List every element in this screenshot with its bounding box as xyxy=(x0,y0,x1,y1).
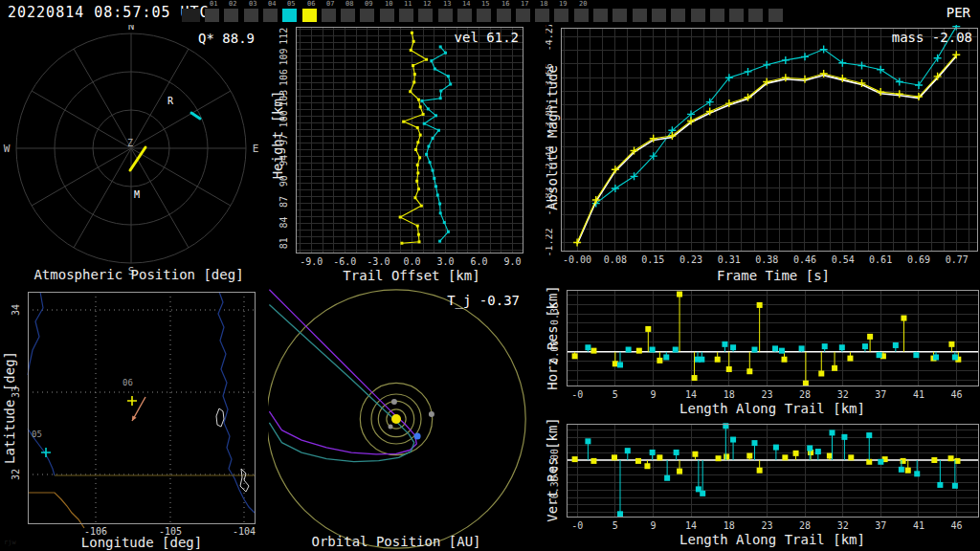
frame-box-number: 05 xyxy=(287,0,295,8)
frame-box-09[interactable] xyxy=(360,9,374,22)
svg-text:81: 81 xyxy=(278,237,289,249)
svg-text:3.0: 3.0 xyxy=(436,256,454,267)
shower-code-badge: PER xyxy=(947,5,970,20)
frame-box-08[interactable] xyxy=(341,9,355,22)
svg-text:23: 23 xyxy=(761,520,772,531)
frame-box[interactable] xyxy=(593,9,608,22)
svg-text:M: M xyxy=(134,189,140,200)
frame-box[interactable] xyxy=(768,9,783,22)
svg-text:112: 112 xyxy=(278,28,289,45)
velocity-value: vel 61.2 xyxy=(455,30,519,45)
frame-box-number: 04 xyxy=(268,0,276,8)
frame-box[interactable] xyxy=(652,9,666,22)
frame-box-05[interactable] xyxy=(282,9,297,22)
tisserand-value: T_j -0.37 xyxy=(447,293,520,308)
svg-text:14: 14 xyxy=(685,520,697,531)
svg-text:109: 109 xyxy=(278,48,289,65)
frame-box-20[interactable] xyxy=(574,9,589,22)
svg-text:6.0: 6.0 xyxy=(470,256,487,267)
frame-box-number: 03 xyxy=(249,0,256,8)
svg-text:0.31: 0.31 xyxy=(718,254,741,265)
svg-text:5: 5 xyxy=(612,389,618,400)
orbital-position-plot xyxy=(268,287,546,551)
frame-box-number: 09 xyxy=(365,0,372,8)
residuals-panel: -05914182328323741460.350.00-05914182328… xyxy=(546,287,980,551)
frame-box-number: 14 xyxy=(462,0,470,8)
svg-text:-6.0: -6.0 xyxy=(333,256,356,267)
frame-box[interactable] xyxy=(612,9,627,22)
frame-box-15[interactable] xyxy=(477,9,491,22)
svg-text:87: 87 xyxy=(278,196,289,208)
svg-text:0.15: 0.15 xyxy=(641,254,664,265)
frame-box[interactable] xyxy=(671,9,685,22)
frame-box-07[interactable] xyxy=(322,9,336,22)
svg-text:0.77: 0.77 xyxy=(946,254,969,265)
frame-box-04[interactable] xyxy=(263,9,278,22)
magnitude-panel: -0.000.080.150.230.310.380.460.540.610.6… xyxy=(546,25,980,287)
svg-text:18: 18 xyxy=(724,389,735,400)
trail-offset-xlabel: Trail Offset [km] xyxy=(343,268,479,283)
frame-box[interactable] xyxy=(691,9,705,22)
frame-time-xlabel: Frame Time [s] xyxy=(717,268,830,283)
svg-text:37: 37 xyxy=(875,520,886,531)
residuals-plots: -05914182328323741460.350.00-05914182328… xyxy=(546,287,980,551)
svg-text:32: 32 xyxy=(11,469,21,480)
svg-text:14: 14 xyxy=(685,389,697,400)
frame-box-17[interactable] xyxy=(516,9,530,22)
svg-text:N: N xyxy=(128,25,135,33)
horz-res-ylabel: Horz Res [km] xyxy=(545,285,560,390)
svg-text:-1.22: -1.22 xyxy=(546,228,554,256)
svg-text:0.54: 0.54 xyxy=(832,254,855,265)
frame-box-12[interactable] xyxy=(418,9,433,22)
frame-box-02[interactable] xyxy=(224,9,238,22)
svg-text:-0.00: -0.00 xyxy=(563,254,591,265)
svg-text:41: 41 xyxy=(913,520,924,531)
frame-box-19[interactable] xyxy=(554,9,568,22)
svg-text:0.69: 0.69 xyxy=(907,254,930,265)
frame-box-06[interactable] xyxy=(302,9,317,22)
magnitude-plot: -0.000.080.150.230.310.380.460.540.610.6… xyxy=(546,25,980,287)
frame-box[interactable] xyxy=(633,9,647,22)
frame-box-14[interactable] xyxy=(457,9,472,22)
atmospheric-position-plot: NSEWZRM xyxy=(0,25,268,287)
trail-offset-ylabel: Height [km] xyxy=(270,91,285,180)
frame-box-16[interactable] xyxy=(497,9,511,22)
svg-text:-9.0: -9.0 xyxy=(300,256,323,267)
top-bar: 20220814 08:57:05 UTC 010203040506070809… xyxy=(0,0,980,25)
svg-text:0.23: 0.23 xyxy=(679,254,702,265)
frame-box-10[interactable] xyxy=(380,9,394,22)
frame-box-number: 15 xyxy=(481,0,489,8)
absolute-magnitude-ylabel: Absolute Magnitude xyxy=(545,65,560,210)
frame-box[interactable] xyxy=(182,9,200,22)
vert-res-xlabel: Length Along Trail [km] xyxy=(679,532,865,547)
frame-box-03[interactable] xyxy=(244,9,258,22)
frame-box[interactable] xyxy=(748,9,763,22)
frame-box-13[interactable] xyxy=(438,9,453,22)
frame-box[interactable] xyxy=(729,9,744,22)
orbital-position-title: Orbital Position [AU] xyxy=(311,534,480,549)
frame-box-number: 13 xyxy=(443,0,451,8)
frame-box-number: 07 xyxy=(326,0,334,8)
svg-text:28: 28 xyxy=(799,520,811,531)
frame-box-number: 20 xyxy=(579,0,587,8)
frame-box-number: 06 xyxy=(307,0,315,8)
svg-text:32: 32 xyxy=(837,520,849,531)
svg-text:E: E xyxy=(253,143,259,155)
frame-box-number: 16 xyxy=(501,0,509,8)
svg-text:46: 46 xyxy=(951,389,963,400)
horz-res-xlabel: Length Along Trail [km] xyxy=(679,401,865,416)
svg-text:0.0: 0.0 xyxy=(403,256,420,267)
vert-res-ylabel: Vert Res [km] xyxy=(545,417,560,522)
svg-text:-4.27: -4.27 xyxy=(546,25,554,51)
frame-box-number: 12 xyxy=(423,0,431,8)
ground-map-panel: 0506-106-105-104343332 Longitude [deg] L… xyxy=(0,287,268,551)
frame-box-11[interactable] xyxy=(399,9,413,22)
frame-box-01[interactable] xyxy=(205,9,219,22)
orbital-position-panel: T_j -0.37 Orbital Position [AU] xyxy=(268,287,546,551)
svg-text:34: 34 xyxy=(11,304,21,316)
frame-strip: 0102030405060708091011121314151617181920 xyxy=(0,0,919,25)
frame-box[interactable] xyxy=(710,9,724,22)
svg-text:0.38: 0.38 xyxy=(755,254,778,265)
frame-box-number: 10 xyxy=(385,0,392,8)
frame-box-18[interactable] xyxy=(535,9,549,22)
